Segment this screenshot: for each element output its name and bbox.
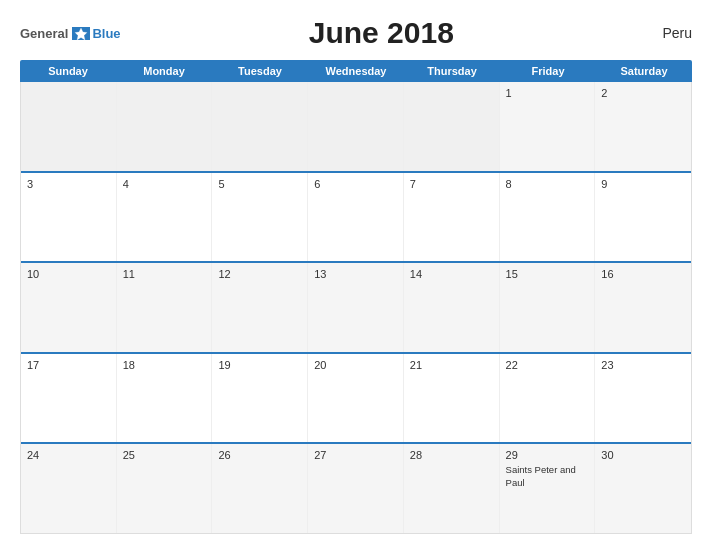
- calendar-cell-13: 13: [308, 263, 404, 352]
- calendar-cell-12: 12: [212, 263, 308, 352]
- day-number: 18: [123, 359, 206, 371]
- header-monday: Monday: [116, 60, 212, 82]
- day-number: 19: [218, 359, 301, 371]
- day-number: 8: [506, 178, 589, 190]
- calendar-cell-2: 2: [595, 82, 691, 171]
- calendar-week-1: 1 2: [21, 82, 691, 173]
- header-wednesday: Wednesday: [308, 60, 404, 82]
- day-number: 26: [218, 449, 301, 461]
- calendar-cell-1: 1: [500, 82, 596, 171]
- header-saturday: Saturday: [596, 60, 692, 82]
- calendar-cell-27: 27: [308, 444, 404, 533]
- day-number: 30: [601, 449, 685, 461]
- calendar-cell-30: 30: [595, 444, 691, 533]
- calendar-cell-15: 15: [500, 263, 596, 352]
- day-number: 6: [314, 178, 397, 190]
- logo: General Blue: [20, 26, 121, 41]
- calendar-cell-17: 17: [21, 354, 117, 443]
- event-saints-peter-paul: Saints Peter and Paul: [506, 464, 589, 489]
- day-number: 29: [506, 449, 589, 461]
- day-number: 21: [410, 359, 493, 371]
- calendar-cell-19: 19: [212, 354, 308, 443]
- logo-general-text: General: [20, 26, 68, 41]
- calendar-page: General Blue June 2018 Peru Sunday Monda…: [0, 0, 712, 550]
- header-tuesday: Tuesday: [212, 60, 308, 82]
- calendar-header: Sunday Monday Tuesday Wednesday Thursday…: [20, 60, 692, 82]
- day-number: 9: [601, 178, 685, 190]
- calendar-cell-3: 3: [21, 173, 117, 262]
- day-number: 17: [27, 359, 110, 371]
- calendar-cell-10: 10: [21, 263, 117, 352]
- calendar-week-4: 17 18 19 20 21 22 23: [21, 354, 691, 445]
- header-friday: Friday: [500, 60, 596, 82]
- calendar-cell-empty: [21, 82, 117, 171]
- calendar-cell-11: 11: [117, 263, 213, 352]
- day-number: 1: [506, 87, 589, 99]
- day-number: 22: [506, 359, 589, 371]
- day-number: 2: [601, 87, 685, 99]
- day-number: 5: [218, 178, 301, 190]
- day-number: 24: [27, 449, 110, 461]
- header-sunday: Sunday: [20, 60, 116, 82]
- day-number: 13: [314, 268, 397, 280]
- calendar-title: June 2018: [121, 16, 642, 50]
- calendar-body: 1 2 3 4 5 6: [20, 82, 692, 534]
- calendar-week-3: 10 11 12 13 14 15 16: [21, 263, 691, 354]
- day-number: 23: [601, 359, 685, 371]
- logo-flag-icon: [72, 27, 90, 40]
- header-thursday: Thursday: [404, 60, 500, 82]
- calendar-cell-28: 28: [404, 444, 500, 533]
- day-number: 12: [218, 268, 301, 280]
- calendar-cell-9: 9: [595, 173, 691, 262]
- day-number: 11: [123, 268, 206, 280]
- calendar-cell-22: 22: [500, 354, 596, 443]
- logo-blue-text: Blue: [92, 26, 120, 41]
- calendar-grid: Sunday Monday Tuesday Wednesday Thursday…: [20, 60, 692, 534]
- calendar-cell-empty: [308, 82, 404, 171]
- calendar-cell-18: 18: [117, 354, 213, 443]
- calendar-cell-empty: [212, 82, 308, 171]
- calendar-week-2: 3 4 5 6 7 8 9: [21, 173, 691, 264]
- day-number: 14: [410, 268, 493, 280]
- calendar-cell-6: 6: [308, 173, 404, 262]
- page-header: General Blue June 2018 Peru: [20, 16, 692, 50]
- day-number: 10: [27, 268, 110, 280]
- calendar-cell-empty: [117, 82, 213, 171]
- calendar-cell-26: 26: [212, 444, 308, 533]
- day-number: 28: [410, 449, 493, 461]
- calendar-cell-5: 5: [212, 173, 308, 262]
- day-number: 4: [123, 178, 206, 190]
- day-number: 3: [27, 178, 110, 190]
- country-label: Peru: [642, 25, 692, 41]
- day-number: 25: [123, 449, 206, 461]
- calendar-cell-23: 23: [595, 354, 691, 443]
- calendar-cell-14: 14: [404, 263, 500, 352]
- calendar-cell-24: 24: [21, 444, 117, 533]
- day-number: 27: [314, 449, 397, 461]
- calendar-cell-29: 29 Saints Peter and Paul: [500, 444, 596, 533]
- calendar-cell-empty: [404, 82, 500, 171]
- calendar-cell-16: 16: [595, 263, 691, 352]
- calendar-cell-4: 4: [117, 173, 213, 262]
- calendar-cell-8: 8: [500, 173, 596, 262]
- day-number: 16: [601, 268, 685, 280]
- calendar-week-5: 24 25 26 27 28 29 Saints Peter and Paul: [21, 444, 691, 533]
- calendar-cell-25: 25: [117, 444, 213, 533]
- calendar-cell-7: 7: [404, 173, 500, 262]
- day-number: 7: [410, 178, 493, 190]
- day-number: 15: [506, 268, 589, 280]
- day-number: 20: [314, 359, 397, 371]
- calendar-cell-20: 20: [308, 354, 404, 443]
- calendar-cell-21: 21: [404, 354, 500, 443]
